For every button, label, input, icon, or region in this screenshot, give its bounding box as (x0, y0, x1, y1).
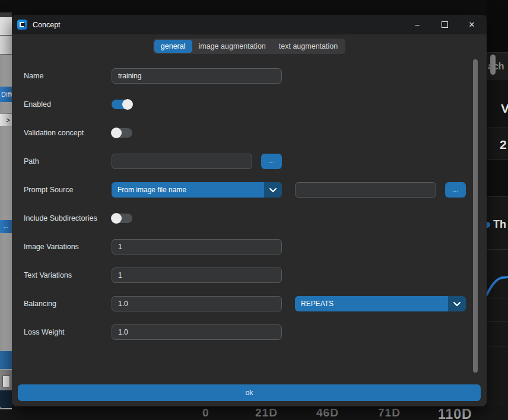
field-row-image-variations: Image Variations (24, 233, 475, 261)
chevron-down-icon (264, 182, 282, 198)
tab-text-augmentation[interactable]: text augmentation (272, 40, 344, 53)
axis-tick-label: 110D (438, 406, 472, 420)
validation-concept-label: Validation concept (24, 129, 112, 137)
toggle-knob (111, 213, 122, 224)
tab-general[interactable]: general (154, 40, 192, 53)
background-section (487, 160, 508, 196)
loss-curve-fragment (487, 268, 508, 298)
background-right-panel: ach V 2 Th (487, 0, 508, 406)
background-strip (0, 36, 12, 54)
divider (0, 54, 12, 55)
maximize-button[interactable] (431, 15, 458, 34)
balancing-label: Balancing (24, 300, 112, 308)
divider (487, 249, 508, 250)
field-row-prompt-source: Prompt Source From image file name ... (24, 176, 475, 204)
field-row-name: Name (24, 62, 475, 90)
field-row-balancing: Balancing REPEATS (24, 289, 475, 318)
background-dark-section (487, 0, 508, 52)
path-input[interactable] (112, 154, 252, 169)
path-browse-button[interactable]: ... (261, 154, 282, 169)
titlebar[interactable]: Concept – ✕ (12, 15, 487, 34)
balancing-input[interactable] (112, 296, 282, 311)
axis-tick-label: 71D (378, 406, 401, 419)
divider (487, 298, 508, 298)
background-blue-bar (0, 351, 12, 369)
field-row-loss-weight: Loss Weight (24, 318, 475, 346)
balancing-mode-dropdown[interactable]: REPEATS (295, 296, 466, 311)
toggle-knob (122, 99, 133, 110)
background-partial-text: V (501, 101, 508, 116)
divider (487, 346, 508, 346)
concept-dialog: Concept – ✕ general image augmentation t… (12, 15, 487, 406)
field-row-enabled: Enabled (24, 90, 475, 119)
window-title: Concept (33, 21, 61, 29)
background-browse-button[interactable]: ... (0, 220, 12, 233)
prompt-path-input[interactable] (295, 182, 436, 198)
loss-weight-input[interactable] (112, 324, 282, 340)
field-row-include-subdirectories: Include Subdirectories (24, 204, 475, 233)
background-top-strip (0, 0, 508, 15)
toggle-knob (111, 128, 122, 138)
maximize-icon (442, 21, 448, 28)
background-chart-axis: 0 21D 46D 71D 110D (0, 406, 508, 420)
chevron-down-icon (448, 296, 466, 311)
background-list-item-selected[interactable]: Diffu (0, 87, 12, 102)
background-partial-text: 2 (500, 138, 507, 152)
prompt-browse-button[interactable]: ... (445, 182, 466, 198)
close-button[interactable]: ✕ (458, 15, 485, 34)
enabled-toggle[interactable] (112, 100, 132, 109)
image-variations-input[interactable] (112, 239, 282, 254)
image-variations-label: Image Variations (24, 243, 112, 251)
validation-concept-toggle[interactable] (112, 128, 132, 138)
balancing-mode-selected: REPEATS (295, 296, 448, 311)
loss-weight-label: Loss Weight (24, 328, 112, 336)
prompt-source-dropdown[interactable]: From image file name (112, 182, 282, 198)
divider (487, 321, 508, 322)
field-row-text-variations: Text Variations (24, 261, 475, 289)
axis-tick-label: 21D (255, 406, 278, 419)
text-variations-input[interactable] (112, 268, 282, 283)
background-strip (0, 12, 12, 17)
chevron-right-icon[interactable]: > (0, 113, 12, 126)
dialog-scrollbar[interactable] (473, 59, 478, 373)
divider (487, 128, 508, 128)
prompt-source-selected: From image file name (112, 182, 264, 198)
include-subdirectories-toggle[interactable] (112, 214, 132, 223)
enabled-label: Enabled (24, 100, 112, 109)
name-input[interactable] (112, 68, 282, 84)
axis-tick-label: 46D (316, 406, 339, 419)
name-label: Name (24, 72, 112, 80)
background-partial-text: Th (493, 218, 506, 231)
app-icon (17, 20, 27, 30)
minimize-button[interactable]: – (404, 15, 431, 34)
path-label: Path (24, 157, 112, 166)
axis-tick-label: 0 (202, 406, 209, 419)
background-navy-shape (0, 390, 12, 408)
tab-bar: general image augmentation text augmenta… (12, 39, 487, 54)
ok-button[interactable]: ok (18, 384, 481, 401)
background-strip (0, 17, 12, 35)
divider (487, 196, 508, 197)
background-left-window-edge: Diffu > ... (0, 12, 12, 409)
tab-image-augmentation[interactable]: image augmentation (192, 40, 272, 53)
background-partial-text: ach (488, 61, 504, 72)
field-row-path: Path ... (24, 147, 475, 176)
field-row-validation-concept: Validation concept (24, 119, 475, 147)
include-subdirectories-label: Include Subdirectories (24, 214, 112, 222)
text-variations-label: Text Variations (24, 271, 112, 279)
prompt-source-label: Prompt Source (24, 186, 112, 194)
background-white-tile (2, 376, 10, 387)
